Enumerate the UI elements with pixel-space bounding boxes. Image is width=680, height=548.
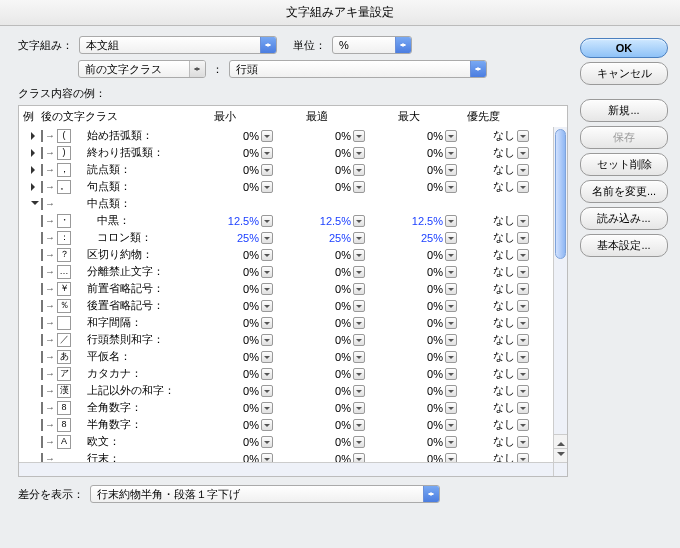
stepper-icon[interactable]	[261, 130, 273, 142]
scrollbar-h[interactable]	[19, 462, 553, 476]
row-name: コロン類：	[87, 230, 197, 245]
value-opt: 0%	[335, 436, 351, 448]
stepper-icon[interactable]	[261, 283, 273, 295]
value-max: 0%	[427, 283, 443, 295]
stepper-icon[interactable]	[353, 232, 365, 244]
stepper-icon[interactable]	[445, 385, 457, 397]
stepper-icon[interactable]	[517, 130, 529, 142]
diff-select[interactable]: 行末約物半角・段落１字下げ	[90, 485, 440, 503]
stepper-icon[interactable]	[445, 215, 457, 227]
stepper-icon[interactable]	[261, 266, 273, 278]
stepper-icon[interactable]	[445, 300, 457, 312]
scrollbar-thumb[interactable]	[555, 129, 566, 259]
stepper-icon[interactable]	[261, 436, 273, 448]
unit-select[interactable]: %	[332, 36, 412, 54]
stepper-icon[interactable]	[445, 402, 457, 414]
mojikumi-select[interactable]: 本文組	[79, 36, 277, 54]
position-select[interactable]: 行頭	[229, 60, 487, 78]
expand-right-icon[interactable]	[31, 166, 39, 174]
stepper-icon[interactable]	[261, 147, 273, 159]
stepper-icon[interactable]	[445, 334, 457, 346]
stepper-icon[interactable]	[261, 385, 273, 397]
stepper-icon[interactable]	[445, 266, 457, 278]
stepper-icon[interactable]	[353, 402, 365, 414]
scroll-up-icon[interactable]	[554, 434, 567, 448]
stepper-icon[interactable]	[353, 164, 365, 176]
stepper-icon[interactable]	[445, 164, 457, 176]
rename-button[interactable]: 名前を変更...	[580, 180, 668, 203]
stepper-icon[interactable]	[445, 368, 457, 380]
scrollbar-v[interactable]	[553, 127, 567, 462]
stepper-icon[interactable]	[261, 164, 273, 176]
stepper-icon[interactable]	[261, 249, 273, 261]
stepper-icon[interactable]	[517, 351, 529, 363]
expand-right-icon[interactable]	[31, 149, 39, 157]
stepper-icon[interactable]	[445, 130, 457, 142]
basic-button[interactable]: 基本設定...	[580, 234, 668, 257]
stepper-icon[interactable]	[261, 300, 273, 312]
stepper-icon[interactable]	[353, 351, 365, 363]
expand-right-icon[interactable]	[31, 132, 39, 140]
expand-right-icon[interactable]	[31, 183, 39, 191]
stepper-icon[interactable]	[517, 334, 529, 346]
expand-down-icon[interactable]	[31, 201, 39, 209]
row-name: 和字間隔：	[87, 315, 197, 330]
stepper-icon[interactable]	[261, 351, 273, 363]
scroll-down-icon[interactable]	[554, 448, 567, 462]
stepper-icon[interactable]	[517, 317, 529, 329]
stepper-icon[interactable]	[261, 419, 273, 431]
stepper-icon[interactable]	[517, 147, 529, 159]
ok-button[interactable]: OK	[580, 38, 668, 58]
value-max: 0%	[427, 317, 443, 329]
stepper-icon[interactable]	[517, 419, 529, 431]
stepper-icon[interactable]	[261, 181, 273, 193]
stepper-icon[interactable]	[353, 419, 365, 431]
new-button[interactable]: 新規...	[580, 99, 668, 122]
stepper-icon[interactable]	[517, 249, 529, 261]
stepper-icon[interactable]	[353, 266, 365, 278]
stepper-icon[interactable]	[261, 368, 273, 380]
stepper-icon[interactable]	[445, 249, 457, 261]
stepper-icon[interactable]	[517, 385, 529, 397]
stepper-icon[interactable]	[353, 283, 365, 295]
stepper-icon[interactable]	[353, 334, 365, 346]
stepper-icon[interactable]	[353, 130, 365, 142]
stepper-icon[interactable]	[445, 351, 457, 363]
import-button[interactable]: 読み込み...	[580, 207, 668, 230]
stepper-icon[interactable]	[517, 164, 529, 176]
stepper-icon[interactable]	[261, 334, 273, 346]
stepper-icon[interactable]	[517, 215, 529, 227]
stepper-icon[interactable]	[517, 266, 529, 278]
stepper-icon[interactable]	[445, 317, 457, 329]
cancel-button[interactable]: キャンセル	[580, 62, 668, 85]
stepper-icon[interactable]	[445, 436, 457, 448]
stepper-icon[interactable]	[353, 300, 365, 312]
stepper-icon[interactable]	[517, 300, 529, 312]
stepper-icon[interactable]	[353, 249, 365, 261]
stepper-icon[interactable]	[353, 368, 365, 380]
stepper-icon[interactable]	[353, 215, 365, 227]
stepper-icon[interactable]	[445, 181, 457, 193]
stepper-icon[interactable]	[517, 283, 529, 295]
stepper-icon[interactable]	[353, 436, 365, 448]
stepper-icon[interactable]	[353, 181, 365, 193]
stepper-icon[interactable]	[517, 181, 529, 193]
stepper-icon[interactable]	[517, 436, 529, 448]
delete-button[interactable]: セット削除	[580, 153, 668, 176]
stepper-icon[interactable]	[261, 402, 273, 414]
prev-class-select[interactable]: 前の文字クラス	[78, 60, 206, 78]
stepper-icon[interactable]	[261, 232, 273, 244]
stepper-icon[interactable]	[517, 402, 529, 414]
stepper-icon[interactable]	[517, 368, 529, 380]
stepper-icon[interactable]	[517, 232, 529, 244]
stepper-icon[interactable]	[353, 385, 365, 397]
stepper-icon[interactable]	[445, 419, 457, 431]
header-example: 例	[23, 109, 41, 124]
stepper-icon[interactable]	[353, 147, 365, 159]
stepper-icon[interactable]	[445, 147, 457, 159]
stepper-icon[interactable]	[445, 232, 457, 244]
stepper-icon[interactable]	[445, 283, 457, 295]
stepper-icon[interactable]	[261, 317, 273, 329]
stepper-icon[interactable]	[261, 215, 273, 227]
stepper-icon[interactable]	[353, 317, 365, 329]
